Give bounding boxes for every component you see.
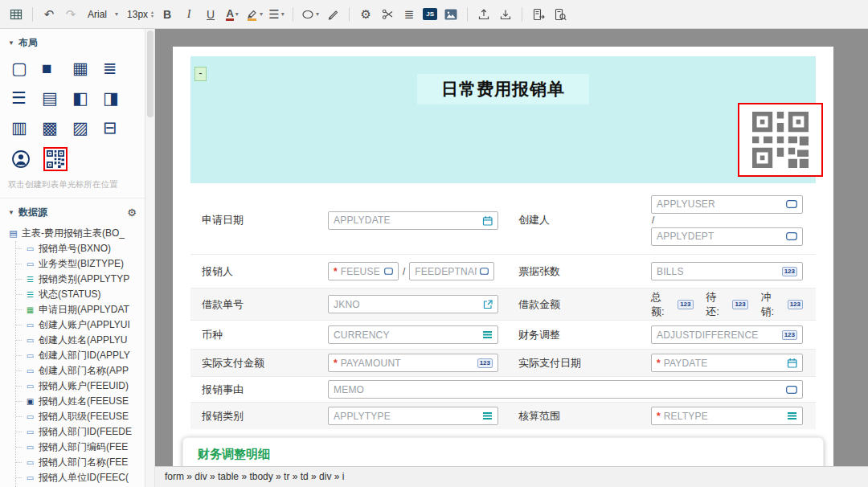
form-title[interactable]: 日常费用报销单 [417, 74, 589, 104]
placeholder: JKNO [334, 299, 480, 310]
redo-button[interactable]: ↷ [63, 5, 79, 24]
datasource-field-item[interactable]: ▭创建人账户(APPLYUI [16, 317, 145, 333]
blank-block-icon[interactable]: ▢ [11, 59, 42, 78]
datasource-field-item[interactable]: ▭报销人职级(FEEUSE [16, 409, 145, 424]
datasource-field-item[interactable]: ☰报销类别(APPLYTYP [16, 272, 145, 287]
field-label: 报销人部门名称(FEE [39, 456, 128, 469]
datasource-settings-icon[interactable]: ⚙ [127, 207, 137, 219]
bills-input[interactable]: BILLS 123 [651, 262, 803, 280]
datasource-field-item[interactable]: ▭创建人姓名(APPLYU [16, 333, 145, 348]
jkno-input[interactable]: JKNO [328, 295, 498, 313]
brush-button[interactable] [325, 5, 341, 24]
datasource-field-item[interactable]: ▭报销人账户(FEEUID) [16, 379, 145, 394]
form-list-button[interactable]: ≣ [401, 5, 417, 24]
reltype-input[interactable]: * RELTYPE [651, 407, 803, 425]
form-body: 申请日期 APPLYDATE 创建人 APPLYUSER / [190, 186, 816, 429]
datasource-field-item[interactable]: ▭报销人部门名称(FEE [16, 455, 145, 470]
datasource-field-item[interactable]: ▭创建人部门名称(APP [16, 363, 145, 379]
header-rows-block-icon[interactable]: ▤ [42, 88, 72, 108]
datasource-field-item[interactable]: ▭报销人部门编码(FEE [16, 440, 145, 455]
bold-button[interactable]: B [159, 5, 175, 24]
number-123-icon[interactable]: 123 [732, 300, 747, 309]
paydate-input[interactable]: * PAYDATE [651, 354, 803, 372]
collapse-arrow-icon: ▼ [8, 209, 14, 216]
layout-section-header[interactable]: ▼ 布局 [0, 29, 145, 54]
external-link-icon [483, 300, 493, 309]
avatar-widget-button[interactable] [11, 149, 31, 169]
datasource-section-header[interactable]: ▼ 数据源 ⚙ [0, 198, 145, 223]
datasource-root-item[interactable]: ▤ 主表-费用报销主表(BO_ [8, 225, 145, 241]
adjustdifference-input[interactable]: ADJUSTDIFFERENCE 123 [651, 325, 803, 344]
datasource-field-item[interactable]: ▭报销人单位ID(FEEC( [16, 470, 145, 485]
settings-button[interactable]: ⚙ [358, 5, 374, 24]
rows-block-icon[interactable]: ≣ [103, 59, 133, 78]
split-left-block-icon[interactable]: ◧ [72, 88, 103, 108]
qrcode-widget-button[interactable] [43, 147, 68, 171]
applydept-input[interactable]: APPLYDEPT [651, 227, 803, 246]
person-icon [11, 149, 31, 169]
preview-doc-button[interactable] [552, 5, 568, 24]
number-123-icon[interactable]: 123 [678, 300, 693, 309]
applyuser-input[interactable]: APPLYUSER [651, 195, 803, 214]
js-script-button[interactable]: JS [423, 8, 437, 20]
datasource-field-item[interactable]: ▭创建人部门ID(APPLY [16, 348, 145, 363]
list-field-icon: ☰ [25, 275, 35, 284]
feeuser-input[interactable]: * FEEUSE [328, 262, 399, 280]
form-row: 报销人 * FEEUSE / FEEDEPTNAN 票据张数 [190, 254, 816, 288]
grid-block-icon[interactable]: ▦ [72, 59, 103, 78]
dialog-box-icon [786, 386, 797, 394]
list-block-icon[interactable]: ☰ [11, 88, 42, 108]
undo-button[interactable]: ↶ [41, 5, 57, 24]
table-grid-button[interactable] [8, 5, 24, 24]
datasource-field-item[interactable]: ▭业务类型(BIZTYPE) [16, 256, 145, 272]
datasource-field-item[interactable]: ▣报销人姓名(FEEUSE [16, 394, 145, 409]
layout-widget-grid: ▢■▦≣☰▤◧◨▥▩▨⊟ [0, 54, 145, 137]
datasource-field-item[interactable]: ▭报销单号(BXNO) [16, 241, 145, 256]
adjust-detail-section[interactable]: 财务调整明细 [182, 437, 824, 466]
font-family-select[interactable]: Arial ▾ [84, 7, 121, 22]
qrcode-placeholder[interactable] [738, 103, 823, 177]
chevron-down-icon: ▾ [281, 10, 285, 18]
image-button[interactable] [443, 5, 459, 24]
upload-button[interactable] [476, 5, 492, 24]
divider [522, 7, 522, 22]
layout-section-title: 布局 [18, 36, 38, 50]
underline-button[interactable]: U [203, 5, 219, 24]
dialog-box-icon [384, 268, 393, 275]
payamount-input[interactable]: * PAYAMOUNT 123 [328, 354, 498, 372]
cut-button[interactable] [379, 5, 395, 24]
columns-block-icon[interactable]: ▥ [11, 118, 42, 137]
shape-button[interactable]: ▾ [301, 5, 319, 24]
form-row: 报销类别 APPLYTYPE 核算范围 * RELTYPE [190, 402, 816, 429]
datasource-field-item[interactable]: ☰状态(STATUS) [16, 287, 145, 302]
scrollbar-thumb[interactable] [147, 31, 154, 117]
number-123-icon[interactable]: 123 [788, 300, 803, 309]
font-color-button[interactable]: A ▾ [224, 5, 240, 24]
currency-input[interactable]: CURRENCY [328, 325, 498, 344]
placeholder: FEEDEPTNAN [415, 266, 477, 277]
spinner-icons[interactable]: ▴ ▾ [151, 10, 154, 18]
form-header-block[interactable]: - 日常费用报销单 [190, 56, 816, 183]
applydate-input[interactable]: APPLYDATE [328, 211, 498, 230]
filled-block-icon[interactable]: ■ [42, 59, 72, 78]
font-size-stepper[interactable]: 13px ▴ ▾ [127, 9, 154, 20]
datasource-field-item[interactable]: ▦申请日期(APPLYDAT [16, 302, 145, 317]
memo-input[interactable]: MEMO [328, 380, 803, 399]
hsplit-block-icon[interactable]: ⊟ [103, 118, 133, 137]
placeholder: APPLYDATE [334, 215, 479, 226]
italic-button[interactable]: I [181, 5, 197, 24]
applytype-input[interactable]: APPLYTYPE [328, 407, 498, 425]
align-button[interactable]: ☰ ▾ [268, 5, 285, 24]
export-doc-button[interactable] [530, 5, 547, 24]
datasource-field-item[interactable]: ▭报销人部门ID(FEEDE [16, 424, 145, 440]
hatch-block-icon[interactable]: ▨ [72, 118, 103, 137]
form-row: 申请日期 APPLYDATE 创建人 APPLYUSER / [190, 186, 816, 254]
download-button[interactable] [497, 5, 514, 24]
feedeptname-input[interactable]: FEEDEPTNAN [409, 262, 494, 280]
dense-grid-block-icon[interactable]: ▩ [42, 118, 72, 137]
highlight-color-button[interactable]: ▾ [246, 5, 263, 24]
field-label: 报销人职级(FEEUSE [39, 410, 129, 424]
split-right-block-icon[interactable]: ◨ [103, 88, 133, 108]
sidebar-scrollbar[interactable] [145, 29, 155, 487]
field-label: 申请日期(APPLYDAT [39, 303, 129, 317]
